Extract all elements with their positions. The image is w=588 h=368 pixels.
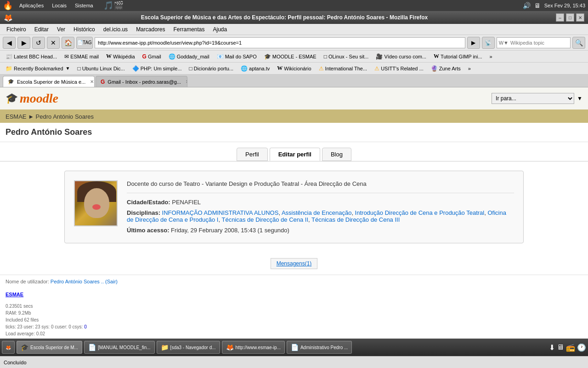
taskbar-icon-navigator: 📁	[161, 344, 169, 351]
browser-tab-esmae[interactable]: 🎓 Escola Superior de Música e... ✕	[3, 76, 95, 87]
minimize-button[interactable]: –	[556, 13, 564, 22]
messages-button[interactable]: Mensagens(1)	[271, 258, 318, 269]
recently-bookmarked-icon: 📁	[6, 65, 12, 72]
menu-bar: Ficheiro Editar Ver Histórico del.icio.u…	[0, 24, 588, 35]
network-icon[interactable]: 🖥	[534, 2, 541, 9]
bmark-wikcionario[interactable]: W Wikicionário	[274, 64, 314, 73]
address-bar[interactable]	[95, 37, 465, 48]
messages-section: Mensagens(1)	[0, 253, 588, 275]
esmae-link[interactable]: ESMAE	[6, 292, 23, 297]
bmark-olinux[interactable]: □ OLinux - Seu sit...	[321, 52, 372, 61]
ubuntu-places-menu[interactable]: Locais	[50, 3, 68, 8]
menu-tools[interactable]: Ferramentas	[170, 25, 208, 34]
back-button[interactable]: ◀	[3, 37, 16, 49]
volume-icon[interactable]: 🔊	[523, 2, 531, 9]
status-text: Concluído	[4, 360, 584, 365]
bookmark-this-button[interactable]: 📄TAG	[76, 37, 93, 49]
goto-arrow-icon: ▼	[577, 95, 582, 102]
tab-close-gmail[interactable]: ✕	[186, 79, 187, 84]
menu-history[interactable]: Histórico	[70, 25, 99, 34]
bmark-aptana[interactable]: 🌐 aptana.tv	[238, 64, 272, 73]
discipline-link-5[interactable]: Técnicas de Direcção de Cena II	[221, 216, 308, 223]
bmark-goddady[interactable]: 🌐 Goddady_mail	[166, 52, 212, 61]
forward-button[interactable]: ▶	[17, 37, 30, 49]
taskbar-settings-icon[interactable]: ⬇	[549, 343, 555, 352]
taskbar-icon-firefox: 🦊	[226, 344, 234, 351]
taskbar-sound-icon[interactable]: 📻	[566, 343, 575, 352]
bmark-esmae-mail[interactable]: ✉ ESMAE mail	[62, 52, 102, 61]
home-button[interactable]: 🏠	[62, 37, 74, 49]
menu-help[interactable]: Ajuda	[209, 25, 231, 34]
taskbar-item-navigator[interactable]: 📁 [sda3 - Navegador d...	[157, 341, 220, 354]
taskbar-item-esmae-url[interactable]: 🦊 http://www.esmae-ip...	[222, 341, 285, 354]
discipline-link-3[interactable]: Introdução Direcção de Cena e Produção T…	[355, 209, 485, 216]
debug-highlight: 0	[84, 324, 87, 329]
search-button[interactable]: 🔍	[572, 37, 585, 49]
menu-file[interactable]: Ficheiro	[3, 25, 30, 34]
moodle-bmark-icon: 🎓	[264, 53, 271, 60]
menu-view[interactable]: Ver	[53, 25, 69, 34]
bmark-more-2[interactable]: »	[465, 65, 474, 72]
bmark-international[interactable]: ⚠ International The...	[316, 64, 370, 73]
goto-select[interactable]: Ir para...	[492, 93, 574, 104]
taskbar-clock-icon[interactable]: 🕐	[577, 343, 586, 352]
bmark-php[interactable]: 🔷 PHP: Um simple...	[130, 64, 185, 73]
taskbar-icon-area[interactable]: 🦊	[2, 341, 15, 354]
php-icon: 🔷	[132, 65, 139, 72]
dicionario-icon: □	[189, 65, 192, 72]
rss-button[interactable]: 📡	[482, 37, 495, 49]
footer-username-link[interactable]: Pedro António Soares ..	[51, 279, 104, 284]
breadcrumb-home-link[interactable]: ESMAE	[6, 113, 27, 120]
bmark-video[interactable]: 🎥 Vídeo curso com...	[373, 52, 429, 61]
goddady-icon: 🌐	[169, 53, 175, 60]
ubuntu-apps-menu[interactable]: Aplicações	[17, 3, 45, 8]
bmark-gimp[interactable]: W Tutorial GIMP ini...	[431, 52, 485, 61]
bmark-recently[interactable]: 📁 Recently Bookmarked ▼	[3, 64, 73, 73]
bmark-bbc[interactable]: 📰 Latest BBC Head...	[3, 52, 60, 61]
discipline-link-6[interactable]: Técnicas de Direcção de Cena III	[311, 216, 400, 223]
city-row: Cidade/Estado: PENAFIEL	[127, 199, 514, 206]
go-button[interactable]: ▶	[467, 37, 480, 49]
bbc-icon: 📰	[6, 53, 12, 60]
maximize-button[interactable]: □	[566, 13, 574, 22]
taskbar-network-icon[interactable]: 🖥	[557, 343, 564, 351]
tab-perfil[interactable]: Perfil	[237, 148, 268, 161]
gmail-icon: G	[142, 53, 147, 60]
menu-bookmarks[interactable]: Marcadores	[132, 25, 169, 34]
taskbar-item-administrativo[interactable]: 📄 Administrativo Pedro ...	[287, 341, 352, 354]
debug-line-5: Load average: 0.02	[6, 330, 582, 337]
last-access-value: Friday, 29 February 2008, 15:43	[171, 227, 256, 234]
sapo-icon: 📧	[217, 53, 224, 60]
reload-button[interactable]: ↺	[32, 37, 45, 49]
logout-link[interactable]: (Sair)	[105, 279, 118, 284]
tab-close-esmae[interactable]: ✕	[90, 79, 94, 84]
taskbar-icon-manual: 📄	[88, 344, 96, 351]
bmark-wikipedia[interactable]: W Wikipédia	[103, 52, 138, 61]
tab-editar-perfil[interactable]: Editar perfil	[270, 148, 320, 161]
bmark-gmail[interactable]: G Gmail	[140, 52, 164, 61]
menu-delicious[interactable]: del.icio.us	[100, 25, 131, 34]
discipline-link-2[interactable]: Assistência de Encenação	[282, 209, 351, 216]
search-input[interactable]	[510, 38, 570, 48]
bmark-ubuntu[interactable]: □ Ubuntu Linux Dic...	[75, 64, 128, 73]
wikipedia-icon: W	[106, 53, 112, 60]
tab-blog[interactable]: Blog	[322, 148, 351, 161]
bmark-more-1[interactable]: »	[487, 53, 495, 60]
close-button[interactable]: ✕	[576, 13, 584, 22]
menu-edit[interactable]: Editar	[31, 25, 52, 34]
bmark-zune[interactable]: 🔮 Zune Arts	[428, 64, 464, 73]
taskbar-item-manual[interactable]: 📄 [MANUAL MOODLE_fin...	[84, 341, 155, 354]
taskbar-item-esmae[interactable]: 🎓 Escola Superior de M...	[17, 341, 82, 354]
profile-description: Docente do curso de Teatro - Variante De…	[127, 180, 514, 193]
ubuntu-system-menu[interactable]: Sistema	[73, 3, 95, 8]
bmark-dicionario[interactable]: □ Dicionário portu...	[187, 64, 236, 73]
bmark-moodle[interactable]: 🎓 MOODLE - ESMAE	[261, 52, 319, 61]
browser-tab-gmail[interactable]: G Gmail - Inbox - pedro.saras@g... ✕	[96, 76, 187, 87]
discipline-link-1[interactable]: INFORMAÇÃO ADMINISTRATIVA ALUNOS	[162, 209, 279, 216]
debug-line-3: Included 62 files	[6, 316, 582, 323]
bmark-usitt[interactable]: ⚠ USITT's Related ...	[372, 64, 426, 73]
international-icon: ⚠	[319, 65, 324, 72]
bookmarks-bar-2: 📁 Recently Bookmarked ▼ □ Ubuntu Linux D…	[0, 63, 588, 75]
stop-button[interactable]: ✕	[47, 37, 60, 49]
bmark-sapo[interactable]: 📧 Mail do SAPO	[214, 52, 260, 61]
